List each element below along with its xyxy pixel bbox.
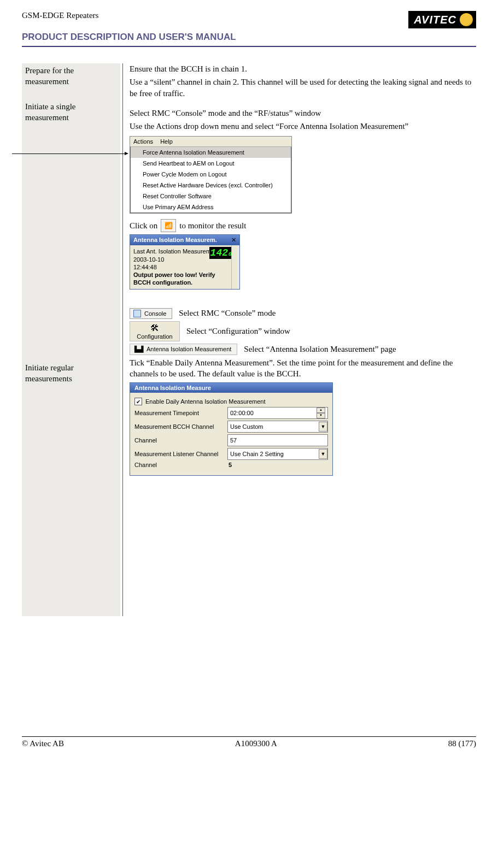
menu-item-heartbeat[interactable]: Send Heartbeat to AEM on Logout xyxy=(131,158,291,169)
click-on-pre: Click on xyxy=(130,221,157,231)
sidebar-prepare: Prepare for the measurement xyxy=(22,63,120,99)
aim-text: Select “Antenna Isolation Measurement” p… xyxy=(244,345,396,354)
sidebar-single: Initiate a single measurement xyxy=(22,99,120,169)
console-text: Select RMC “Console” mode xyxy=(179,309,276,318)
footer-left: © Avitec AB xyxy=(22,739,64,748)
bcch-select[interactable]: Use Custom ▼ xyxy=(227,421,328,433)
channel2-value: 5 xyxy=(227,462,232,468)
configuration-tile[interactable]: 🛠 Configuration xyxy=(130,321,180,341)
bcch-value: Use Custom xyxy=(230,423,263,430)
chart-icon: 📶 xyxy=(165,222,173,230)
panel-line-3: 12:44:48 xyxy=(133,263,236,271)
panel-warn-1: Output power too low! Verify xyxy=(133,271,236,279)
form-title: Antenna Isolation Measure xyxy=(130,383,332,393)
menu-help[interactable]: Help xyxy=(160,138,173,145)
console-icon xyxy=(133,310,141,317)
channel1-label: Channel xyxy=(134,437,227,444)
timepoint-label: Measurement Timepoint xyxy=(134,410,227,416)
timepoint-input[interactable]: 02:00:00 ▲▼ xyxy=(227,407,328,419)
sidebar-regular: Initiate regular measurements xyxy=(22,361,120,616)
aim-tab-label: Antenna Isolation Measurement xyxy=(147,346,231,352)
chevron-down-icon[interactable]: ▼ xyxy=(319,449,327,459)
enable-checkbox[interactable]: ✔ xyxy=(134,398,142,405)
logo: AVITEC xyxy=(408,11,476,28)
menu-item-force-antenna[interactable]: Force Antenna Isolation Measurement xyxy=(131,147,291,158)
logo-text: AVITEC xyxy=(414,14,456,26)
listener-select[interactable]: Use Chain 2 Setting ▼ xyxy=(227,448,328,460)
panel-warn-2: BCCH configuration. xyxy=(133,279,236,286)
antenna-measurement-panel: Antenna Isolation Measurem. ✕ 142dB Last… xyxy=(130,234,240,289)
divider-vertical xyxy=(122,63,123,616)
menu-actions[interactable]: Actions xyxy=(133,138,153,145)
configuration-label: Configuration xyxy=(130,333,179,340)
click-on-post: to monitor the result xyxy=(179,221,246,231)
monitor-icon-button[interactable]: 📶 xyxy=(161,219,176,232)
db-value: 142 xyxy=(210,247,228,258)
console-mode-chip[interactable]: Console xyxy=(130,308,172,319)
close-icon[interactable]: ✕ xyxy=(231,237,236,244)
chevron-down-icon[interactable]: ▼ xyxy=(319,422,327,432)
scrollbar[interactable] xyxy=(231,245,239,288)
menubar: Actions Help xyxy=(130,137,291,147)
aim-form-panel: Antenna Isolation Measure ✔ Enable Daily… xyxy=(130,382,333,476)
single-text-2: Use the Actions drop down menu and selec… xyxy=(130,121,476,132)
tick-instruction: Tick “Enable Daily Antenna Measurement”.… xyxy=(130,357,476,380)
console-label: Console xyxy=(144,310,166,317)
antenna-icon: ▙▟ xyxy=(134,346,143,353)
menu-item-power-cycle[interactable]: Power Cycle Modem on Logout xyxy=(131,169,291,180)
footer-divider xyxy=(22,736,476,737)
antenna-panel-title: Antenna Isolation Measurem. xyxy=(133,237,217,244)
wrench-icon: 🛠 xyxy=(130,323,179,333)
logo-icon xyxy=(460,13,473,26)
timepoint-value: 02:00:00 xyxy=(230,410,254,416)
menu-item-reset-hw[interactable]: Reset Active Hardware Devices (excl. Con… xyxy=(131,180,291,191)
pointer-arrow xyxy=(12,153,127,154)
spinner-icon[interactable]: ▲▼ xyxy=(317,408,325,418)
listener-value: Use Chain 2 Setting xyxy=(230,451,284,457)
listener-label: Measurement Listener Channel xyxy=(134,451,227,457)
actions-menu-screenshot: Actions Help Force Antenna Isolation Mea… xyxy=(130,136,292,214)
sidebar-blank1 xyxy=(22,169,120,361)
enable-label: Enable Daily Antenna Isolation Measureme… xyxy=(145,398,266,405)
product-line: PRODUCT DESCRIPTION AND USER'S MANUAL xyxy=(22,32,476,43)
header-title: GSM-EDGE Repeaters xyxy=(22,11,98,20)
prepare-text-1: Ensure that the BCCH is in chain 1. xyxy=(130,63,476,74)
footer-center: A1009300 A xyxy=(235,739,277,748)
channel1-input[interactable]: 57 xyxy=(227,434,328,446)
channel1-value: 57 xyxy=(230,437,237,444)
aim-tab[interactable]: ▙▟ Antenna Isolation Measurement xyxy=(130,344,237,355)
channel2-label: Channel xyxy=(134,462,227,468)
footer-right: 88 (177) xyxy=(448,739,476,748)
menu-item-reset-sw[interactable]: Reset Controller Software xyxy=(131,191,291,202)
prepare-text-2: Use a “silent” channel in chain 2. This … xyxy=(130,76,476,99)
divider xyxy=(22,46,476,47)
configuration-text: Select “Configuration” window xyxy=(186,327,290,336)
single-text-1: Select RMC “Console” mode and the “RF/st… xyxy=(130,108,476,119)
bcch-label: Measurement BCCH Channel xyxy=(134,423,227,430)
menu-item-primary-aem[interactable]: Use Primary AEM Address xyxy=(131,202,291,212)
